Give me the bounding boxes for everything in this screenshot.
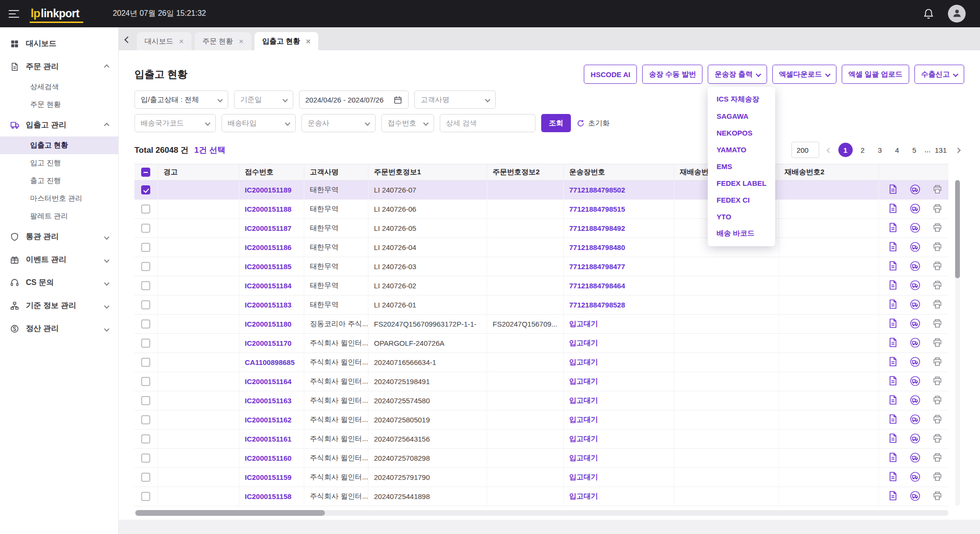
document-icon[interactable] — [888, 184, 898, 196]
menu-item[interactable]: YTO — [708, 208, 775, 225]
filter-ship-type-select[interactable]: 배송타입 — [222, 114, 296, 132]
table-row[interactable]: IC2000151164 주식회사 윌인터... 20240725198491 … — [134, 372, 948, 391]
delivery-icon[interactable] — [910, 490, 921, 503]
printer-icon[interactable] — [932, 299, 943, 311]
receipt-number-link[interactable]: IC2000151186 — [245, 243, 292, 251]
waybill-print-button[interactable]: 운송장 출력 — [708, 65, 767, 84]
filter-search-type-select[interactable]: 접수번호 — [381, 114, 434, 132]
printer-icon[interactable] — [932, 222, 943, 234]
receipt-number-link[interactable]: IC2000151185 — [245, 262, 292, 271]
sidebar-item-settlement[interactable]: 정산 관리 — [0, 317, 118, 340]
tracking-number-link[interactable]: 입고대기 — [569, 492, 598, 500]
sidebar-item-pallet[interactable]: 팔레트 관리 — [0, 207, 118, 225]
delivery-icon[interactable] — [910, 414, 921, 426]
printer-icon[interactable] — [932, 261, 943, 273]
table-row[interactable]: IC2000151187 태한무역 LI 240726-05 771218847… — [134, 219, 948, 238]
document-icon[interactable] — [888, 299, 898, 311]
row-checkbox[interactable] — [141, 396, 150, 405]
tab-inout-status[interactable]: 입출고 현황× — [255, 32, 318, 50]
filter-date-type-select[interactable]: 기준일 — [234, 91, 293, 109]
tracking-number-link[interactable]: 77121884798528 — [569, 301, 625, 309]
tracking-number-link[interactable]: 77121884798464 — [569, 282, 625, 290]
sidebar-item-master-number[interactable]: 마스터번호 관리 — [0, 190, 118, 207]
close-icon[interactable]: × — [179, 37, 184, 45]
table-row[interactable]: IC2000151160 주식회사 윌인터... 20240725708298 … — [134, 449, 948, 468]
page-number[interactable]: 5 — [907, 143, 922, 157]
printer-icon[interactable] — [932, 318, 943, 330]
filter-date-range-input[interactable]: 2024/04/26 - 2024/07/26 — [299, 91, 409, 109]
receipt-number-link[interactable]: IC2000151184 — [245, 282, 292, 290]
menu-item[interactable]: NEKOPOS — [708, 125, 775, 141]
tab-order-status[interactable]: 주문 현황× — [195, 32, 251, 50]
sidebar-item-order-status[interactable]: 주문 현황 — [0, 96, 118, 114]
row-checkbox[interactable] — [141, 377, 150, 386]
menu-item[interactable]: YAMATO — [708, 141, 775, 158]
menu-item[interactable]: FEDEX LABEL — [708, 175, 775, 192]
delivery-icon[interactable] — [910, 452, 921, 465]
printer-icon[interactable] — [932, 452, 943, 464]
filter-keyword-input[interactable]: 상세 검색 — [440, 114, 535, 132]
row-checkbox[interactable] — [141, 243, 150, 252]
tracking-number-link[interactable]: 77121884798515 — [569, 205, 625, 213]
search-button[interactable]: 조회 — [541, 114, 571, 132]
sidebar-item-detail-search[interactable]: 상세검색 — [0, 78, 118, 96]
horizontal-scrollbar[interactable] — [134, 510, 948, 516]
delivery-icon[interactable] — [910, 395, 921, 407]
menu-item[interactable]: FEDEX CI — [708, 192, 775, 208]
bell-icon[interactable] — [923, 8, 935, 20]
table-row[interactable]: IC2000151183 태한무역 LI 240726-01 771218847… — [134, 295, 948, 315]
delivery-icon[interactable] — [910, 471, 921, 484]
receipt-number-link[interactable]: IC2000151162 — [245, 416, 292, 424]
menu-item[interactable]: SAGAWA — [708, 108, 775, 125]
table-row[interactable]: IC2000151184 태한무역 LI 240726-02 771218847… — [134, 276, 948, 295]
next-page-icon[interactable] — [952, 143, 964, 157]
filter-carrier-select[interactable]: 운송사 — [301, 114, 376, 132]
vertical-scrollbar[interactable] — [955, 180, 960, 506]
export-declaration-button[interactable]: 수출신고 — [914, 65, 964, 84]
select-all-checkbox[interactable] — [141, 168, 150, 177]
close-icon[interactable]: × — [306, 37, 311, 45]
printer-icon[interactable] — [932, 184, 943, 196]
printer-icon[interactable] — [932, 375, 943, 387]
receipt-number-link[interactable]: IC2000151158 — [245, 492, 292, 500]
delivery-icon[interactable] — [910, 184, 921, 196]
delivery-icon[interactable] — [910, 241, 921, 254]
reset-button[interactable]: 초기화 — [577, 119, 610, 128]
document-icon[interactable] — [888, 414, 898, 426]
document-icon[interactable] — [888, 452, 898, 464]
filter-customer-select[interactable]: 고객사명 — [414, 91, 496, 109]
table-row[interactable]: IC2000151162 주식회사 윌인터... 20240725805019 … — [134, 410, 948, 430]
tracking-number-link[interactable]: 입고대기 — [569, 415, 598, 423]
document-icon[interactable] — [888, 261, 898, 273]
document-icon[interactable] — [888, 318, 898, 330]
tracking-number-link[interactable]: 입고대기 — [569, 434, 598, 443]
row-checkbox[interactable] — [141, 262, 150, 271]
receipt-number-link[interactable]: IC2000151170 — [245, 339, 292, 347]
row-checkbox[interactable] — [141, 473, 150, 482]
document-icon[interactable] — [888, 337, 898, 349]
delivery-icon[interactable] — [910, 337, 921, 350]
sidebar-item-outbound-progress[interactable]: 출고 진행 — [0, 172, 118, 190]
printer-icon[interactable] — [932, 414, 943, 426]
receipt-number-link[interactable]: CA1100898685 — [245, 358, 295, 366]
tab-scroll-left-icon[interactable] — [125, 35, 130, 44]
table-row[interactable]: IC2000151186 태한무역 LI 240726-04 771218847… — [134, 238, 948, 257]
tracking-number-link[interactable]: 입고대기 — [569, 319, 598, 328]
receipt-number-link[interactable]: IC2000151164 — [245, 377, 292, 386]
document-icon[interactable] — [888, 222, 898, 234]
filter-inout-state-select[interactable]: 입/출고상태 : 전체 — [134, 91, 228, 109]
tab-dashboard[interactable]: 대시보드× — [137, 32, 191, 50]
delivery-icon[interactable] — [910, 203, 921, 216]
table-row[interactable]: IC2000151180 징동코리아 주식... FS20247Q1567099… — [134, 315, 948, 334]
receipt-number-link[interactable]: IC2000151187 — [245, 224, 292, 232]
page-number[interactable]: 3 — [873, 143, 887, 157]
excel-download-button[interactable]: 엑셀다운로드 — [772, 65, 836, 84]
row-checkbox[interactable] — [141, 205, 150, 214]
delivery-icon[interactable] — [910, 375, 921, 388]
excel-bulk-upload-button[interactable]: 엑셀 일괄 업로드 — [842, 65, 909, 84]
receipt-number-link[interactable]: IC2000151160 — [245, 454, 292, 462]
document-icon[interactable] — [888, 203, 898, 215]
horizontal-scrollbar-thumb[interactable] — [135, 510, 325, 516]
row-checkbox[interactable] — [141, 492, 150, 501]
printer-icon[interactable] — [932, 241, 943, 253]
